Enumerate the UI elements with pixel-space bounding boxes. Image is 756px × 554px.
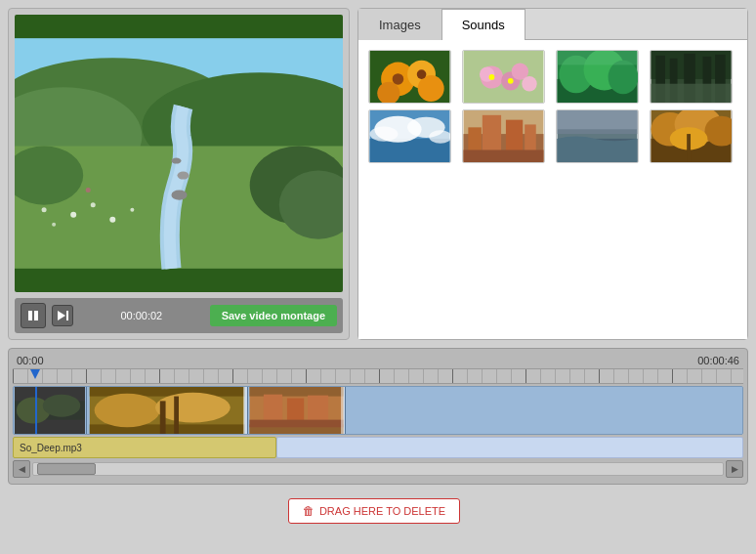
- svg-point-43: [609, 61, 638, 95]
- tab-sounds[interactable]: Sounds: [441, 9, 525, 40]
- controls-bar: 00:00:02 Save video montage: [15, 298, 343, 333]
- scrollbar-track[interactable]: [32, 462, 724, 476]
- scrollbar-row: ◀ ▶: [13, 460, 743, 478]
- svg-point-16: [171, 158, 181, 164]
- delete-label: DRAG HERE TO DELETE: [319, 505, 445, 517]
- audio-track-container: So_Deep.mp3: [13, 437, 743, 458]
- track-clip-3[interactable]: [248, 387, 346, 434]
- svg-point-5: [70, 212, 76, 218]
- tab-bar: Images Sounds: [358, 9, 747, 40]
- thumbnail-7[interactable]: [556, 109, 639, 163]
- svg-point-10: [130, 208, 134, 212]
- audio-empty: [276, 437, 743, 458]
- image-grid: [368, 50, 737, 163]
- svg-point-81: [43, 395, 80, 417]
- scroll-right-button[interactable]: ▶: [726, 460, 743, 478]
- svg-rect-84: [90, 424, 244, 434]
- svg-point-12: [86, 188, 91, 192]
- track-empty: [346, 387, 742, 434]
- trash-icon: 🗑: [303, 504, 315, 518]
- pause-button[interactable]: [21, 303, 46, 328]
- svg-rect-95: [250, 420, 344, 428]
- svg-rect-21: [34, 311, 38, 320]
- svg-rect-65: [464, 149, 544, 162]
- thumbnail-4[interactable]: [650, 50, 733, 104]
- svg-point-6: [91, 202, 96, 207]
- track-clip-2[interactable]: [87, 387, 248, 434]
- video-preview: [15, 15, 343, 292]
- time-display: 00:00:02: [79, 310, 204, 321]
- video-panel: 00:00:02 Save video montage: [8, 8, 350, 340]
- video-track: [13, 386, 743, 435]
- save-button[interactable]: Save video montage: [210, 305, 337, 326]
- svg-point-14: [171, 191, 187, 200]
- svg-point-37: [489, 74, 495, 80]
- timeline-tracks: So_Deep.mp3: [13, 386, 743, 458]
- playhead: [35, 387, 37, 434]
- svg-point-15: [177, 172, 189, 180]
- svg-rect-44: [558, 51, 638, 64]
- svg-point-36: [522, 76, 536, 91]
- tab-images[interactable]: Images: [358, 9, 441, 40]
- timeline-end: 00:00:46: [697, 355, 739, 366]
- delete-area: 🗑 DRAG HERE TO DELETE: [8, 492, 748, 526]
- svg-rect-69: [558, 110, 638, 129]
- svg-rect-79: [15, 420, 85, 434]
- timeline-start: 00:00: [17, 355, 44, 366]
- timeline-header: 00:00 00:00:46: [9, 353, 747, 368]
- svg-point-30: [417, 69, 427, 79]
- svg-rect-90: [250, 387, 344, 397]
- audio-clip[interactable]: So_Deep.mp3: [13, 437, 276, 458]
- svg-point-85: [95, 394, 160, 428]
- skip-button[interactable]: [52, 305, 73, 326]
- svg-point-38: [508, 78, 514, 84]
- svg-rect-52: [651, 84, 732, 103]
- svg-point-57: [370, 126, 399, 141]
- svg-rect-23: [66, 311, 68, 320]
- svg-point-29: [393, 73, 404, 85]
- thumbnail-3[interactable]: [556, 50, 639, 104]
- right-panel: Images Sounds: [357, 8, 748, 340]
- timeline-ruler: // generated tick marks: [13, 368, 743, 384]
- tab-content-images: [358, 40, 747, 339]
- svg-point-7: [109, 217, 115, 223]
- delete-button[interactable]: 🗑 DRAG HERE TO DELETE: [288, 498, 460, 524]
- svg-marker-22: [58, 311, 65, 320]
- thumbnail-6[interactable]: [462, 109, 545, 163]
- svg-rect-83: [90, 387, 244, 397]
- svg-rect-76: [687, 134, 691, 162]
- thumbnail-8[interactable]: [650, 109, 733, 163]
- svg-rect-20: [28, 311, 32, 320]
- svg-point-28: [418, 75, 444, 102]
- svg-rect-87: [160, 401, 166, 434]
- svg-point-9: [42, 207, 47, 212]
- svg-point-86: [155, 393, 231, 423]
- thumbnail-5[interactable]: [368, 109, 451, 163]
- track-clip-1[interactable]: [14, 387, 87, 434]
- timeline-section: 00:00 00:00:46 // generated tick marks: [8, 348, 748, 485]
- thumbnail-1[interactable]: [368, 50, 451, 104]
- scroll-left-button[interactable]: ◀: [13, 460, 30, 478]
- scrollbar-thumb[interactable]: [37, 463, 96, 475]
- svg-point-8: [52, 223, 56, 227]
- audio-filename: So_Deep.mp3: [20, 443, 82, 453]
- thumbnail-2[interactable]: [462, 50, 545, 104]
- svg-rect-88: [174, 397, 179, 434]
